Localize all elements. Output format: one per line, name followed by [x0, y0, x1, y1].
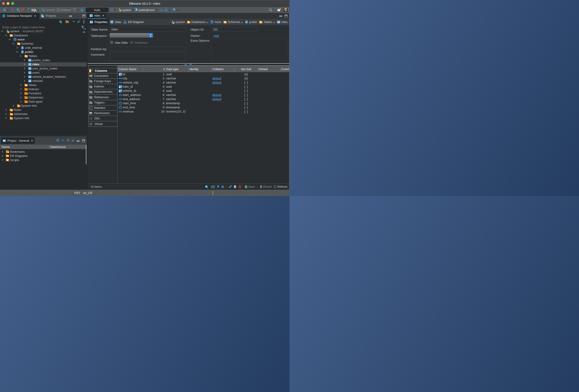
svg-text:T: T [90, 117, 92, 120]
svg-text:i: i [90, 107, 91, 109]
